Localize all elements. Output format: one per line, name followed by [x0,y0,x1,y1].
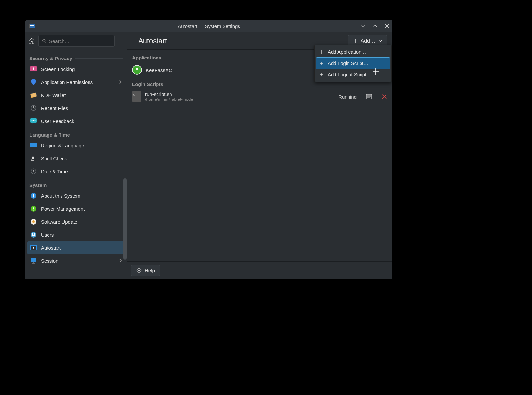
login-script-row[interactable]: run-script.sh /home/mihirr/Tablet-mode R… [127,89,392,104]
sidebar-item-label: User Feedback [41,118,74,124]
sidebar-item-power-management[interactable]: Power Management [27,202,125,215]
sidebar-item-date-time[interactable]: Date & Time [27,165,125,178]
sidebar-item-label: Power Management [41,206,85,212]
sidebar-item-label: Software Update [41,219,77,225]
menu-item-label: Add Application… [328,49,366,55]
sidebar-item-about-this-system[interactable]: About this System [27,189,125,202]
sidebar-item-label: KDE Wallet [41,92,66,98]
svg-point-21 [31,232,36,238]
main-panel: Autostart Add… Add Application… Add Logi… [127,32,392,279]
menu-item-label: Add Logout Script… [328,72,371,77]
properties-icon[interactable] [366,93,372,100]
chevron-right-icon [119,258,122,263]
main-header: Autostart Add… Add Application… Add Logi… [127,32,392,50]
sidebar-item-application-permissions[interactable]: Application Permissions [27,75,125,88]
clock-icon [30,168,37,175]
update-icon [30,218,37,225]
sidebar-group-title: Language & Time [29,132,70,138]
sidebar-list[interactable]: Security & PrivacyScreen LockingApplicat… [25,50,127,279]
chevron-down-icon [378,39,382,43]
sidebar-item-users[interactable]: Users [27,228,125,241]
sidebar-item-label: Application Permissions [41,79,93,85]
sidebar-item-label: Recent Files [41,105,68,111]
svg-rect-12 [30,143,37,147]
help-button[interactable]: Help [131,265,160,276]
search-icon [42,39,47,43]
help-label: Help [145,268,155,273]
svg-point-10 [33,120,34,121]
sidebar-item-label: Screen Locking [41,66,75,72]
sidebar-item-label: Region & Language [41,143,84,148]
sidebar-item-kde-wallet[interactable]: KDE Wallet [27,88,125,101]
sidebar-item-label: Autostart [41,245,61,251]
spellcheck-icon [30,155,37,162]
sidebar-item-screen-locking[interactable]: Screen Locking [27,62,125,75]
sidebar-item-region-language[interactable]: Region & Language [27,139,125,152]
plus-icon [353,39,358,43]
svg-rect-28 [32,263,35,264]
svg-rect-27 [33,262,34,263]
clock-icon [30,104,37,112]
window-title: Autostart — System Settings [25,23,392,29]
minimize-icon[interactable] [360,22,367,30]
sidebar-group-title: Security & Privacy [29,56,72,61]
svg-point-23 [34,233,35,235]
menu-add-logout-script[interactable]: Add Logout Script… [316,69,390,80]
sidebar-item-autostart[interactable]: Autostart [27,241,125,254]
session-icon [30,257,37,264]
plus-icon [320,50,324,54]
divider [49,185,123,185]
sidebar-group-header: System [27,178,125,189]
plus-icon [320,61,324,65]
chevron-right-icon [119,80,122,84]
svg-point-11 [35,120,36,121]
script-path: /home/mihirr/Tablet-mode [145,97,193,102]
page-title: Autostart [138,37,167,45]
svg-point-16 [33,194,34,195]
sidebar-item-user-feedback[interactable]: User Feedback [27,114,125,127]
delete-icon[interactable] [381,94,387,99]
divider [75,58,123,59]
sidebar-item-recent-files[interactable]: Recent Files [27,101,125,114]
script-status: Running [338,94,357,99]
sidebar-group-header: Language & Time [27,127,125,139]
close-icon[interactable] [383,22,390,30]
screen-lock-icon [30,65,37,72]
menu-add-application[interactable]: Add Application… [316,46,390,58]
search-field[interactable] [49,38,111,44]
info-icon [30,192,37,199]
svg-point-0 [43,39,45,42]
sidebar-item-label: Date & Time [41,169,68,174]
scrollbar-thumb[interactable] [123,178,127,260]
menu-add-login-script[interactable]: Add Login Script… [316,58,390,69]
add-dropdown: Add Application… Add Login Script… Add L… [314,45,392,82]
sidebar-item-software-update[interactable]: Software Update [27,215,125,228]
sidebar-item-session[interactable]: Session [27,254,125,267]
titlebar[interactable]: Autostart — System Settings [25,20,392,32]
sidebar-item-spell-check[interactable]: Spell Check [27,152,125,165]
sidebar-item-label: About this System [41,193,80,199]
flag-icon [30,142,37,149]
search-input[interactable] [38,35,115,47]
maximize-icon[interactable] [372,22,379,30]
shield-icon [30,78,37,86]
svg-point-9 [32,120,33,121]
users-icon [30,231,37,238]
application-name: KeePassXC [146,67,172,73]
svg-rect-26 [31,258,36,262]
home-button[interactable] [28,35,35,47]
autostart-icon [30,244,37,251]
svg-point-32 [138,270,140,271]
add-button-label: Add… [361,38,375,44]
keepassxc-icon [132,65,142,75]
sidebar-item-label: Users [41,232,54,238]
menu-button[interactable] [118,36,125,46]
feedback-icon [30,117,37,125]
svg-point-22 [32,233,33,235]
svg-point-20 [32,220,35,223]
help-icon [136,268,142,273]
wallet-icon [30,91,37,99]
svg-point-29 [136,68,138,70]
sidebar-item-label: Session [41,258,58,264]
plus-icon [320,73,324,77]
